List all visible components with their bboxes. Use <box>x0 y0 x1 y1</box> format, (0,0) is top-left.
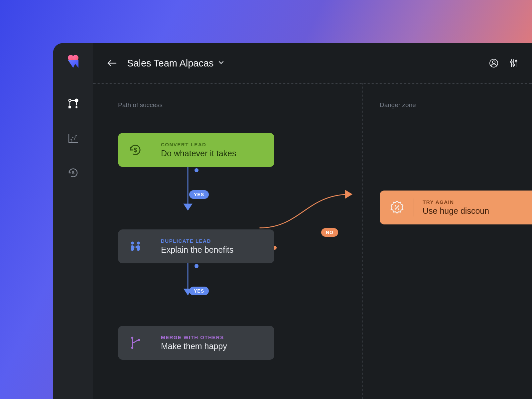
svg-rect-32 <box>137 245 140 251</box>
people-icon <box>127 238 143 254</box>
workspace-switcher[interactable]: Sales Team Alpacas <box>127 58 224 69</box>
svg-point-14 <box>71 140 72 142</box>
svg-text:$: $ <box>72 170 74 175</box>
dollar-refresh-icon: $ <box>127 142 143 158</box>
node-eyebrow: MERGE WITH OTHERS <box>161 334 227 340</box>
page-title: Sales Team Alpacas <box>127 58 214 69</box>
svg-point-2 <box>69 99 71 102</box>
nav-workflow-icon[interactable] <box>66 96 80 111</box>
discount-badge-icon <box>389 200 405 215</box>
svg-point-37 <box>138 339 140 341</box>
node-title: Use huge discoun <box>423 206 489 216</box>
svg-point-36 <box>131 347 133 349</box>
merge-icon <box>127 335 143 351</box>
svg-point-24 <box>513 64 514 66</box>
flow-area: YES YES NO $ CONVERT LEAD D <box>93 83 532 399</box>
node-eyebrow: CONVERT LEAD <box>161 142 236 147</box>
svg-point-35 <box>131 337 133 339</box>
svg-text:$: $ <box>134 147 137 153</box>
settings-button[interactable] <box>509 58 519 68</box>
node-merge-others[interactable]: MERGE WITH OTHERS Make them happy <box>118 326 274 360</box>
node-title: Do whatever it takes <box>161 149 236 158</box>
svg-point-10 <box>70 139 72 140</box>
connector-dot <box>195 168 199 172</box>
svg-point-13 <box>75 135 77 136</box>
svg-point-23 <box>510 61 512 63</box>
account-button[interactable] <box>489 58 499 68</box>
svg-point-38 <box>395 205 396 206</box>
app-logo[interactable] <box>65 54 81 70</box>
svg-point-25 <box>515 60 517 62</box>
svg-point-11 <box>72 137 73 138</box>
svg-rect-30 <box>131 245 134 251</box>
svg-point-3 <box>75 99 78 102</box>
node-eyebrow: TRY AGAIN <box>423 199 489 205</box>
svg-point-19 <box>492 61 495 64</box>
chevron-down-icon <box>218 59 224 67</box>
node-title: Make them happy <box>161 341 227 351</box>
main-area: Sales Team Alpacas <box>93 43 532 399</box>
svg-point-31 <box>137 242 140 245</box>
sidebar: $ <box>53 43 93 399</box>
svg-point-12 <box>74 138 75 140</box>
back-button[interactable] <box>106 58 118 69</box>
edge-label-yes: YES <box>189 190 209 199</box>
node-duplicate-lead[interactable]: DUPLICATE LEAD Explain the benefits <box>118 229 274 263</box>
nav-analytics-icon[interactable] <box>66 131 80 146</box>
svg-point-15 <box>74 136 76 138</box>
node-convert-lead[interactable]: $ CONVERT LEAD Do whatever it takes <box>118 133 274 167</box>
svg-point-29 <box>131 242 134 245</box>
header-actions <box>489 58 519 68</box>
connector-dot <box>195 264 199 268</box>
nav-revenue-icon[interactable]: $ <box>66 166 80 180</box>
edge-label-no: NO <box>321 228 338 237</box>
header: Sales Team Alpacas <box>93 43 532 83</box>
node-title: Explain the benefits <box>161 245 233 255</box>
svg-rect-4 <box>68 106 71 108</box>
node-eyebrow: DUPLICATE LEAD <box>161 238 233 244</box>
edge-label-yes: YES <box>189 287 209 295</box>
flow-canvas[interactable]: Path of success Danger zone <box>93 83 532 399</box>
svg-point-39 <box>398 208 399 210</box>
node-try-again[interactable]: TRY AGAIN Use huge discoun <box>380 191 532 224</box>
app-window: $ Sales Team Alpacas <box>53 43 532 399</box>
